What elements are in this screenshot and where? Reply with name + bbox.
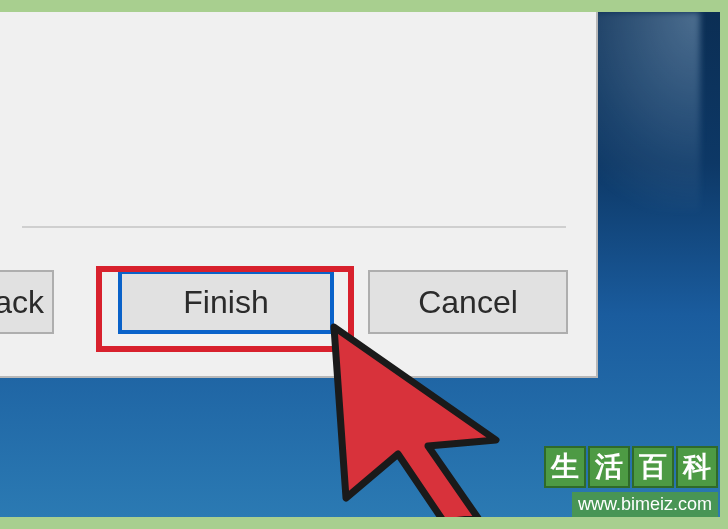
watermark: 生 活 百 科 www.bimeiz.com — [544, 446, 718, 517]
back-button-label: ack — [0, 284, 44, 321]
wizard-dialog: ack Finish Cancel — [0, 12, 598, 378]
watermark-char: 活 — [588, 446, 630, 488]
cancel-button-label: Cancel — [418, 284, 518, 321]
finish-button-label: Finish — [183, 284, 268, 321]
watermark-char: 百 — [632, 446, 674, 488]
finish-button[interactable]: Finish — [118, 270, 334, 334]
cancel-button[interactable]: Cancel — [368, 270, 568, 334]
dialog-content — [0, 12, 596, 248]
watermark-url: www.bimeiz.com — [572, 492, 718, 517]
watermark-logo: 生 活 百 科 — [544, 446, 718, 488]
back-button[interactable]: ack — [0, 270, 54, 334]
button-row: ack Finish Cancel — [0, 270, 596, 340]
watermark-char: 生 — [544, 446, 586, 488]
watermark-char: 科 — [676, 446, 718, 488]
divider-line — [22, 226, 566, 228]
